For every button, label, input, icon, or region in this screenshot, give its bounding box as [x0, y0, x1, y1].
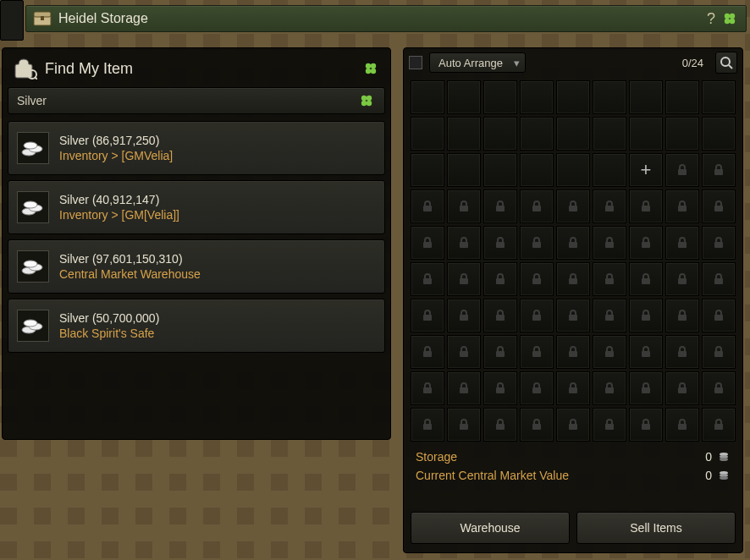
storage-slot-empty[interactable] [556, 80, 590, 114]
storage-slot-locked [411, 226, 444, 260]
storage-slot-empty[interactable] [520, 117, 554, 151]
svg-rect-66 [642, 315, 650, 321]
storage-slot-empty[interactable] [556, 117, 590, 151]
slot-count: 0/24 [682, 57, 703, 69]
find-search-input[interactable] [17, 94, 357, 107]
storage-slot-empty[interactable] [411, 153, 444, 187]
svg-rect-45 [532, 242, 541, 248]
storage-slot-locked [447, 226, 481, 260]
storage-slot-locked [665, 262, 699, 296]
result-item-location: Inventory > [GMVelia] [59, 149, 173, 162]
storage-slot-empty[interactable] [411, 117, 444, 151]
find-result-item[interactable]: Silver (97,601,150,310)Central Market Wa… [8, 239, 385, 294]
auto-arrange-checkbox[interactable] [409, 56, 422, 69]
storage-slot-locked [702, 408, 736, 442]
storage-slot-empty[interactable] [483, 153, 517, 187]
storage-slot-locked [520, 335, 554, 369]
svg-rect-35 [496, 206, 505, 211]
storage-slot-locked [702, 262, 736, 296]
storage-value-label: Storage [416, 450, 705, 464]
auto-arrange-dropdown[interactable]: Auto Arrange ▾ [429, 52, 526, 73]
storage-slot-empty[interactable] [447, 80, 481, 114]
clover-icon[interactable] [361, 59, 380, 78]
svg-rect-61 [460, 315, 468, 321]
svg-rect-94 [678, 424, 687, 430]
storage-slot-locked [556, 262, 590, 296]
svg-rect-46 [569, 242, 577, 248]
storage-grid: + [404, 77, 742, 442]
cmv-row: Current Central Market Value 0 [416, 469, 731, 482]
silver-icon [17, 310, 49, 342]
storage-slot-empty[interactable] [447, 117, 481, 151]
find-result-item[interactable]: Silver (40,912,147)Inventory > [GM[Velia… [8, 180, 385, 234]
storage-slot-locked [593, 262, 626, 296]
result-item-location: Inventory > [GM[Velia]] [59, 208, 179, 222]
storage-slot-locked [447, 335, 481, 369]
storage-slot-locked [556, 189, 590, 223]
storage-slot-locked [629, 262, 663, 296]
storage-slot-locked [556, 408, 590, 442]
storage-slot-add[interactable]: + [629, 153, 663, 187]
find-search-row[interactable] [8, 87, 385, 114]
find-result-item[interactable]: Silver (86,917,250)Inventory > [GMVelia] [8, 121, 385, 175]
find-result-item[interactable]: Silver (50,700,000)Black Spirit's Safe [8, 299, 385, 353]
storage-slot-locked [665, 226, 699, 260]
storage-slot-empty[interactable] [520, 80, 554, 114]
svg-point-9 [366, 63, 371, 69]
find-header-label: Find My Item [45, 60, 361, 78]
window-titlebar: Heidel Storage ? [25, 5, 747, 32]
clover-icon[interactable] [357, 91, 376, 110]
storage-slot-locked [411, 335, 444, 369]
storage-slot-locked [447, 299, 481, 332]
cmv-label: Current Central Market Value [416, 469, 705, 482]
svg-rect-79 [460, 387, 468, 393]
storage-slot-empty[interactable] [520, 153, 554, 187]
storage-slot-empty[interactable] [447, 153, 481, 187]
storage-slot-locked [665, 153, 699, 187]
bag-search-icon [13, 57, 38, 80]
storage-slot-empty[interactable] [665, 80, 699, 114]
svg-rect-69 [423, 351, 432, 357]
svg-rect-32 [714, 169, 723, 175]
svg-rect-77 [714, 351, 723, 357]
svg-point-25 [24, 261, 37, 267]
storage-slot-locked [483, 262, 517, 296]
storage-slot-empty[interactable] [411, 80, 444, 114]
svg-rect-41 [714, 206, 723, 211]
storage-slot-empty[interactable] [556, 153, 590, 187]
storage-slot-locked [702, 371, 736, 405]
svg-rect-44 [496, 242, 505, 248]
storage-slot-locked [702, 153, 736, 187]
storage-slot-empty[interactable] [593, 80, 626, 114]
storage-slot-empty[interactable] [702, 80, 736, 114]
storage-slot-locked [702, 299, 736, 332]
svg-rect-76 [678, 351, 687, 357]
svg-rect-39 [642, 206, 650, 211]
result-item-name: Silver (40,912,147) [59, 193, 179, 206]
svg-rect-42 [423, 242, 432, 248]
storage-slot-empty[interactable] [483, 117, 517, 151]
storage-slot-locked [483, 335, 517, 369]
storage-bottom-buttons: Warehouse Sell Items [404, 503, 742, 552]
storage-slot-empty[interactable] [665, 117, 699, 151]
auto-arrange-label: Auto Arrange [438, 57, 503, 69]
storage-search-button[interactable] [715, 52, 737, 74]
storage-slot-empty[interactable] [593, 117, 626, 151]
storage-slot-empty[interactable] [483, 80, 517, 114]
svg-rect-54 [532, 278, 541, 284]
warehouse-button[interactable]: Warehouse [411, 512, 570, 544]
sell-items-button[interactable]: Sell Items [576, 512, 736, 544]
storage-slot-empty[interactable] [593, 153, 626, 187]
clover-icon[interactable] [720, 9, 739, 28]
warehouse-button-label: Warehouse [460, 521, 520, 535]
storage-slot-empty[interactable] [629, 117, 663, 151]
storage-slot-empty[interactable] [702, 117, 736, 151]
storage-values: Storage 0 Current Central Market Value 0 [404, 442, 742, 482]
storage-slot-locked [411, 262, 444, 296]
svg-rect-58 [678, 278, 687, 284]
svg-rect-53 [496, 278, 505, 284]
help-icon[interactable]: ? [702, 9, 720, 28]
svg-point-28 [24, 320, 37, 327]
storage-slot-empty[interactable] [629, 80, 663, 114]
svg-point-10 [371, 63, 376, 69]
